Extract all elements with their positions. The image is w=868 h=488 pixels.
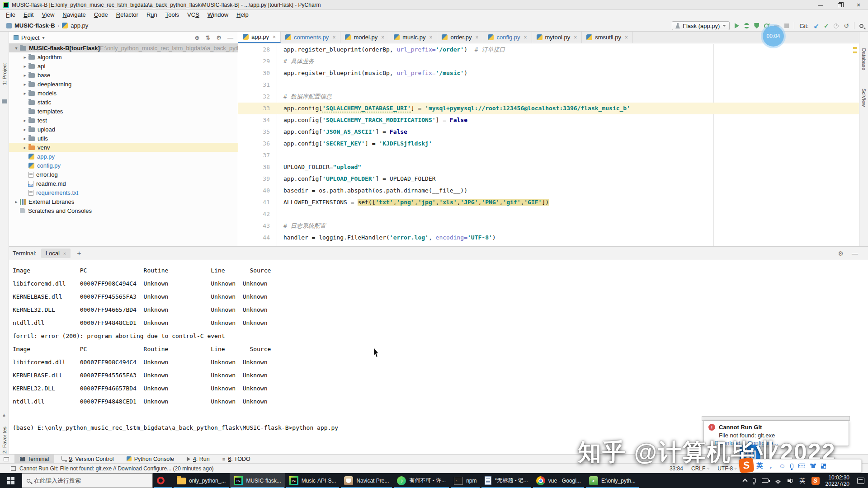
menu-item-window[interactable]: Window [203, 10, 232, 20]
terminal-output[interactable]: Image PC Routine Line Sourcelibifcoremd.… [9, 260, 868, 434]
tree-item-static[interactable]: static [9, 98, 238, 107]
menu-item-edit[interactable]: Edit [19, 10, 38, 20]
close-icon[interactable]: × [574, 34, 577, 41]
line-number[interactable]: 40 [238, 185, 270, 197]
tree-item-deeplearning[interactable]: ▸deeplearning [9, 80, 238, 89]
tray-battery-icon[interactable] [762, 479, 769, 483]
chevron-right-icon[interactable]: ▸ [21, 82, 28, 87]
line-number[interactable]: 30 [238, 67, 270, 79]
sogou-logo-icon[interactable]: S [738, 457, 754, 473]
code-line-40[interactable]: 40basedir = os.path.abspath(os.path.dirn… [238, 185, 859, 197]
code-line-39[interactable]: 39app.config['UPLOAD_FOLDER'] = UPLOAD_F… [238, 173, 859, 185]
chevron-down-icon[interactable]: ▾ [42, 35, 44, 40]
close-icon[interactable]: × [63, 251, 66, 256]
code-line-41[interactable]: 41ALLOWED_EXTENSIONS = set(['txt','png',… [238, 197, 859, 208]
panel-settings-button[interactable]: ⚙ [216, 34, 222, 41]
new-terminal-button[interactable]: + [77, 249, 81, 258]
code-editor[interactable]: 28app.register_blueprint(orderBp, url_pr… [238, 44, 859, 246]
chevron-right-icon[interactable]: ▸ [21, 136, 28, 141]
code-line-33[interactable]: 33app.config['SQLALCHEMY_DATABASE_URI'] … [238, 103, 859, 114]
close-icon[interactable]: × [625, 34, 628, 41]
taskbar-app-pycharm-music-flask[interactable]: PCMUSIC-flask... [230, 473, 285, 488]
line-number[interactable]: 37 [238, 150, 270, 161]
panel-hide-button[interactable]: — [227, 34, 233, 41]
ime-toolbox-icon[interactable] [821, 464, 826, 469]
tab-mytool-py[interactable]: mytool.py× [532, 32, 582, 43]
taskbar-search[interactable] [22, 473, 153, 488]
search-everywhere-button[interactable] [859, 24, 863, 28]
code-line-36[interactable]: 36app.config['SECRET_KEY'] = 'KJDFLSjfld… [238, 138, 859, 150]
line-number[interactable]: 32 [238, 91, 270, 103]
line-number[interactable]: 42 [238, 208, 270, 220]
line-number[interactable]: 44 [238, 232, 270, 244]
line-number[interactable]: 34 [238, 114, 270, 126]
git-commit-button[interactable]: ✓ [824, 23, 829, 29]
tool-window-button-python-console[interactable]: Python Console [121, 455, 179, 464]
tray-wifi-icon[interactable] [774, 478, 782, 483]
code-line-38[interactable]: 38UPLOAD_FOLDER="upload" [238, 161, 859, 173]
chevron-right-icon[interactable]: ▸ [21, 64, 28, 69]
menu-item-tools[interactable]: Tools [161, 10, 183, 20]
chevron-right-icon[interactable]: ▸ [13, 199, 20, 204]
tree-item-app-py[interactable]: app.py [9, 152, 238, 161]
start-button[interactable] [0, 473, 22, 488]
ime-language-toggle[interactable]: 英 [756, 462, 763, 470]
code-line-34[interactable]: 34app.config['SQLALCHEMY_TRACK_MODIFICAT… [238, 114, 859, 126]
tool-window-button-6-todo[interactable]: ≡6: TODO [217, 455, 256, 464]
code-line-42[interactable]: 42 [238, 208, 859, 220]
taskbar-app-notepad-item[interactable]: *无标题 - 记... [481, 473, 532, 488]
taskbar-app-folder-only-python[interactable]: only_python_... [173, 473, 230, 488]
tree-item-base[interactable]: ▸base [9, 70, 238, 80]
ime-skin-icon[interactable] [810, 464, 816, 468]
tree-item-external-libraries[interactable]: ▸External Libraries [9, 197, 238, 206]
line-number[interactable]: 31 [238, 79, 270, 91]
git-rollback-button[interactable]: ↺ [844, 23, 849, 29]
tree-item-models[interactable]: ▸models [9, 89, 238, 98]
taskbar-app-qqmusic-item[interactable]: ♪有何不可 - 许... [393, 473, 450, 488]
terminal-tab-local[interactable]: Local × [41, 249, 71, 258]
tray-expand-icon[interactable] [742, 479, 747, 483]
taskbar-app-navicat-navicat-pre[interactable]: Navicat Pre... [340, 473, 393, 488]
git-update-button[interactable]: ↙ [814, 23, 819, 29]
coverage-button[interactable] [754, 23, 759, 28]
menu-item-navigate[interactable]: Navigate [58, 10, 90, 20]
breadcrumb-project[interactable]: MUSIC-flask-B [14, 22, 55, 29]
code-line-44[interactable]: 44handler = logging.FileHandler('error.l… [238, 232, 859, 244]
locate-file-button[interactable]: ⊕ [195, 34, 200, 41]
status-message[interactable]: Cannot Run Git: File not found: git.exe … [19, 465, 214, 472]
menu-item-view[interactable]: View [38, 10, 58, 20]
menu-item-run[interactable]: Run [142, 10, 161, 20]
tab-order-py[interactable]: order.py× [437, 32, 483, 43]
code-line-32[interactable]: 32# 数据库配置信息 [238, 91, 859, 103]
tab-app-py[interactable]: app.py× [238, 32, 281, 43]
tree-item-upload[interactable]: ▸upload [9, 125, 238, 134]
tab-config-py[interactable]: config.py× [483, 32, 532, 43]
tab-smsutil-py[interactable]: smsutil.py× [582, 32, 633, 43]
code-line-29[interactable]: 29# 具体业务 [238, 56, 859, 67]
tree-item-templates[interactable]: templates [9, 107, 238, 116]
close-icon[interactable]: × [475, 34, 478, 41]
close-icon[interactable]: × [273, 34, 276, 40]
code-line-43[interactable]: 43# 日志系统配置 [238, 220, 859, 232]
code-line-31[interactable]: 31 [238, 79, 859, 91]
line-number[interactable]: 38 [238, 161, 270, 173]
close-icon[interactable]: × [524, 34, 527, 41]
git-history-button[interactable] [834, 23, 839, 28]
maximize-button[interactable] [830, 0, 849, 10]
taskbar-app-cmd-npm[interactable]: ›_npm [450, 473, 481, 488]
ime-keyboard-icon[interactable] [798, 464, 805, 468]
line-number[interactable]: 35 [238, 126, 270, 138]
run-config-select[interactable]: Flask (app.py) [672, 21, 730, 30]
menu-item-file[interactable]: File [2, 10, 19, 20]
tree-item-requirements-txt[interactable]: requirements.txt [9, 188, 238, 197]
ime-emoji-button[interactable]: ☺ [779, 462, 785, 469]
tool-button-sciview[interactable]: SciView [861, 75, 867, 120]
tree-item-scratches-and-consoles[interactable]: Scratches and Consoles [9, 206, 238, 215]
close-icon[interactable]: × [381, 34, 384, 41]
tool-window-button-4-run[interactable]: 4: Run [181, 455, 215, 464]
tab-model-py[interactable]: model.py× [340, 32, 389, 43]
close-button[interactable]: ✕ [849, 0, 868, 10]
ime-punctuation-toggle[interactable]: ， [768, 462, 774, 470]
tree-item-error-log[interactable]: error.log [9, 170, 238, 179]
tray-volume-icon[interactable] [788, 478, 794, 483]
